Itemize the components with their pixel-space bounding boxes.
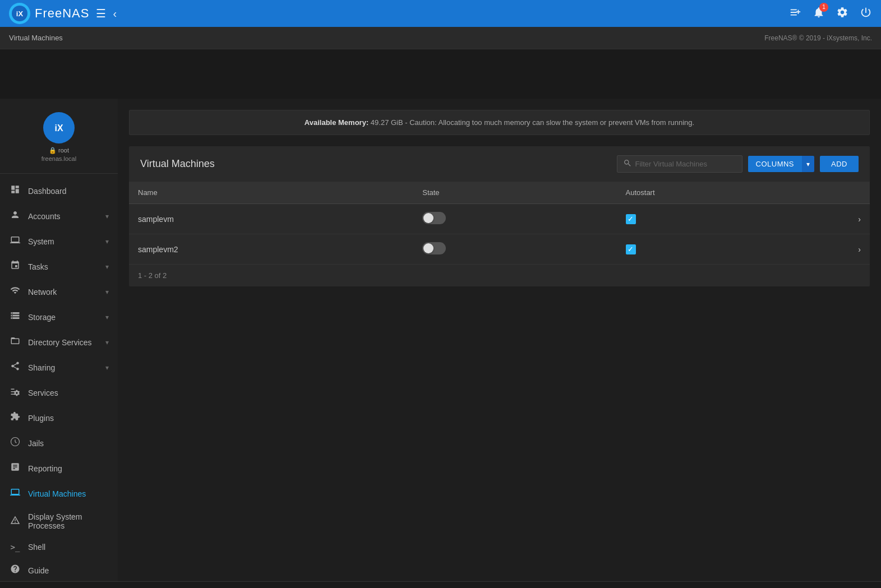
nav-item-directory-services[interactable]: Directory Services ▾ <box>0 330 118 355</box>
memory-label: Available Memory: <box>305 118 368 127</box>
pagination: 1 - 2 of 2 <box>129 265 870 286</box>
nav-label-reporting: Reporting <box>28 464 109 473</box>
dashboard-icon <box>9 184 21 197</box>
cell-state <box>413 204 616 234</box>
user-section: iX 🔒 root freenas.local <box>0 108 118 174</box>
columns-button[interactable]: COLUMNS <box>748 156 802 172</box>
sidebar: iX 🔒 root freenas.local Dashboard Accoun… <box>0 99 118 588</box>
nav-item-guide[interactable]: Guide <box>0 558 118 583</box>
system-arrow: ▾ <box>105 238 109 246</box>
col-state: State <box>413 182 616 204</box>
vm-section-title: Virtual Machines <box>140 158 215 170</box>
storage-arrow: ▾ <box>105 313 109 321</box>
layout: iX 🔒 root freenas.local Dashboard Accoun… <box>0 99 881 588</box>
nav-item-accounts[interactable]: Accounts ▾ <box>0 203 118 229</box>
network-arrow: ▾ <box>105 288 109 296</box>
jails-icon <box>9 437 21 450</box>
nav-item-storage[interactable]: Storage ▾ <box>0 304 118 330</box>
nav-label-network: Network <box>28 288 99 297</box>
sharing-icon <box>9 361 21 374</box>
autostart-checkbox[interactable]: ✓ <box>626 214 636 224</box>
nav-item-network[interactable]: Network ▾ <box>0 279 118 304</box>
svg-text:iX: iX <box>16 10 24 18</box>
nav-label-dashboard: Dashboard <box>28 187 109 196</box>
nav-label-jails: Jails <box>28 439 109 448</box>
back-icon[interactable]: ‹ <box>113 7 117 20</box>
breadcrumb: Virtual Machines <box>9 34 63 42</box>
col-name: Name <box>129 182 413 204</box>
col-actions <box>847 182 870 204</box>
breadcrumb-bar: Virtual Machines FreeNAS® © 2019 - iXsys… <box>0 27 881 49</box>
nav-item-system[interactable]: System ▾ <box>0 229 118 254</box>
directory-services-icon <box>9 336 21 349</box>
state-toggle[interactable] <box>422 212 446 224</box>
directory-services-arrow: ▾ <box>105 339 109 346</box>
nav-label-tasks: Tasks <box>28 262 99 271</box>
services-icon <box>9 386 21 399</box>
power-icon[interactable] <box>860 6 872 21</box>
nav-item-reporting[interactable]: Reporting <box>0 456 118 481</box>
search-input[interactable] <box>635 160 736 168</box>
nav-item-jails[interactable]: Jails <box>0 430 118 456</box>
state-toggle[interactable] <box>422 242 446 254</box>
nav-label-shell: Shell <box>28 543 109 552</box>
guide-icon <box>9 564 21 577</box>
topbar-left: iX FreeNAS ☰ ‹ <box>9 3 117 24</box>
main-content: Available Memory: 49.27 GiB - Caution: A… <box>118 99 881 588</box>
notifications-wrapper: 1 <box>813 6 825 21</box>
copyright: FreeNAS® © 2019 - iXsystems, Inc. <box>764 34 872 42</box>
memory-warning: Available Memory: 49.27 GiB - Caution: A… <box>129 110 870 135</box>
cell-name: samplevm <box>129 204 413 234</box>
nav-label-directory-services: Directory Services <box>28 338 99 347</box>
nav-item-display-system-processes[interactable]: Display System Processes <box>0 506 118 536</box>
table-header-row: Name State Autostart <box>129 182 870 204</box>
nav-label-virtual-machines: Virtual Machines <box>28 489 109 498</box>
svg-text:iX: iX <box>54 123 63 133</box>
virtual-machines-icon <box>9 487 21 500</box>
cell-autostart: ✓ <box>617 234 847 265</box>
columns-dropdown-button[interactable]: ▾ <box>802 156 814 172</box>
user-host: freenas.local <box>41 155 76 162</box>
nav-item-services[interactable]: Services <box>0 380 118 405</box>
storage-icon <box>9 311 21 323</box>
plugins-icon <box>9 411 21 424</box>
reporting-icon <box>9 462 21 475</box>
cell-row-arrow[interactable]: › <box>847 234 870 265</box>
notes-icon[interactable] <box>789 6 801 21</box>
columns-label: COLUMNS <box>756 160 795 168</box>
cell-row-arrow[interactable]: › <box>847 204 870 234</box>
columns-button-group: COLUMNS ▾ <box>748 156 815 172</box>
menu-icon[interactable]: ☰ <box>96 7 106 20</box>
search-icon <box>623 159 632 169</box>
cell-state <box>413 234 616 265</box>
accounts-icon <box>9 210 21 223</box>
autostart-checkbox[interactable]: ✓ <box>626 244 636 254</box>
settings-icon[interactable] <box>836 6 848 21</box>
cell-name: samplevm2 <box>129 234 413 265</box>
shell-icon: >_ <box>9 543 21 552</box>
accounts-arrow: ▾ <box>105 212 109 220</box>
tasks-arrow: ▾ <box>105 263 109 271</box>
col-autostart: Autostart <box>617 182 847 204</box>
nav-label-sharing: Sharing <box>28 363 99 372</box>
vm-section: Virtual Machines COLUMNS ▾ <box>129 146 870 286</box>
app-name: FreeNAS <box>35 6 89 21</box>
nav-item-plugins[interactable]: Plugins <box>0 405 118 430</box>
nav-item-dashboard[interactable]: Dashboard <box>0 178 118 203</box>
nav-label-storage: Storage <box>28 313 99 322</box>
sharing-arrow: ▾ <box>105 364 109 372</box>
add-button[interactable]: ADD <box>820 156 859 172</box>
nav-item-shell[interactable]: >_ Shell <box>0 536 118 558</box>
freenas-logo-svg: iX <box>11 4 29 22</box>
nav-label-accounts: Accounts <box>28 212 99 221</box>
network-icon <box>9 285 21 298</box>
nav-item-virtual-machines[interactable]: Virtual Machines <box>0 481 118 506</box>
table-row: samplevm2✓› <box>129 234 870 265</box>
cell-autostart: ✓ <box>617 204 847 234</box>
nav-item-tasks[interactable]: Tasks ▾ <box>0 254 118 279</box>
user-lock-icon: 🔒 root <box>49 147 69 154</box>
bottom-bar <box>0 581 881 588</box>
display-system-processes-icon <box>9 515 21 528</box>
username: root <box>58 147 69 154</box>
nav-item-sharing[interactable]: Sharing ▾ <box>0 355 118 380</box>
